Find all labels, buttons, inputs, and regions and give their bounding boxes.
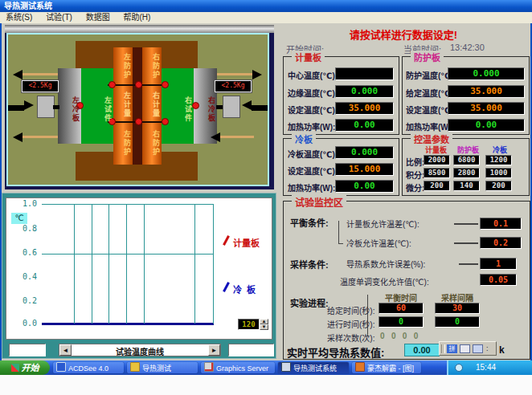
start-label: 开始 <box>22 363 39 373</box>
pid-d-cold[interactable]: 200 <box>485 181 512 191</box>
field-label: 中心温度(℃): <box>288 69 338 81</box>
time-window-value[interactable]: 120 <box>238 319 260 330</box>
sample-error-field[interactable]: 1 <box>480 258 517 270</box>
pressure-gauge-right-value: <2.5Kg <box>215 81 251 92</box>
task-item-thermal-app[interactable]: 导热测试系统 <box>278 362 349 373</box>
progress-col: 采样间隔 <box>441 291 473 303</box>
menu-bar: 系统(S) 试验(T) 数据图 帮助(H) <box>0 12 532 24</box>
gridline-h <box>42 254 214 255</box>
ime-bar[interactable]: 拼 : <box>439 341 497 356</box>
bracket <box>338 221 343 244</box>
menu-item-test[interactable]: 试验(T) <box>40 12 78 23</box>
given-balance-time-field[interactable]: 60 <box>379 303 424 314</box>
gridline-v <box>194 204 195 324</box>
pid-d-guard[interactable]: 140 <box>453 181 480 191</box>
unit-badge: ℃ <box>11 213 27 224</box>
group-cold-plate: 冷板 冷板温度(℃): 0.000 设定温度(℃): 15.000 加热功率(W… <box>283 138 399 196</box>
ime-grip[interactable] <box>441 344 445 353</box>
progress-row-label: 进行时间(秒): <box>327 318 374 330</box>
sample-mono-field[interactable]: 0.05 <box>480 274 517 286</box>
sample-label: 采样条件: <box>290 258 329 271</box>
pid-p-metering[interactable]: 2000 <box>424 155 450 165</box>
ime-keyboard-icon[interactable] <box>460 344 470 353</box>
set-temp-field[interactable]: 15.000 <box>335 163 394 176</box>
y-tick: 0.0 <box>18 319 37 328</box>
scroll-right-button[interactable]: ► <box>208 344 220 356</box>
gridline-v <box>74 204 75 324</box>
curve-scrollbar[interactable]: ◄ 试验温度曲线 ► <box>59 344 221 356</box>
spinner-down-button[interactable]: ▼ <box>260 324 268 330</box>
set-temp-field[interactable]: 35.000 <box>448 102 525 115</box>
elapsed-balance-time-field: 0 <box>379 316 424 328</box>
given-temp-field[interactable]: 35.000 <box>448 85 525 98</box>
cond-label: 计量板允许温差(℃): <box>346 218 419 230</box>
flow-arrow-icon <box>24 100 34 110</box>
edge-temp-field: 0.000 <box>335 85 394 98</box>
heat-power-field: 0.00 <box>448 119 525 132</box>
flow-arrow-icon <box>211 132 220 142</box>
task-item-player[interactable]: 豪杰解霸 - [图] <box>352 362 421 373</box>
flow-pipe <box>220 136 254 138</box>
cond-label: 导热系数允许误差(%): <box>346 258 425 270</box>
gridline-v <box>126 204 127 324</box>
diagram-frame: 左冷板 左试件 左防护 左计量 左防护 右防护 右计量 右防护 右试件 右冷板 … <box>6 33 269 186</box>
thermocouple-dot <box>135 81 142 88</box>
pid-p-guard[interactable]: 6800 <box>453 155 480 165</box>
task-item-folder[interactable]: 导热测试 <box>127 362 198 373</box>
ime-input-mode-icon[interactable]: 拼 <box>447 344 457 353</box>
balance-metering-field[interactable]: 0.1 <box>480 218 522 230</box>
menu-item-system[interactable]: 系统(S) <box>0 12 38 23</box>
pid-d-metering[interactable]: 200 <box>424 181 450 191</box>
pid-i-cold[interactable]: 1000 <box>485 168 512 178</box>
guard-temp-field: 0.000 <box>448 67 525 80</box>
start-button[interactable]: 开始 <box>0 360 50 375</box>
result-field: 0.00 <box>404 344 440 356</box>
screen: 导热测试系统 系统(S) 试验(T) 数据图 帮助(H) <box>0 0 532 395</box>
menu-item-dataplot[interactable]: 数据图 <box>80 12 116 23</box>
pid-row-label: 积分: <box>406 169 424 181</box>
given-sample-interval-field[interactable]: 30 <box>435 303 480 314</box>
spinner-up-button[interactable]: ▲ <box>260 319 268 324</box>
aux-field-right[interactable] <box>228 344 274 356</box>
ime-settings-icon[interactable] <box>473 344 483 353</box>
title-bar[interactable]: 导热测试系统 <box>0 0 532 12</box>
pid-col-cold: 冷板 <box>493 145 507 155</box>
group-monitor-title: 试验监控区 <box>292 195 346 209</box>
player-icon <box>355 362 365 372</box>
tray-clock[interactable]: 15:44 <box>476 360 529 375</box>
ime-menu-icon[interactable]: : <box>486 344 493 354</box>
heater-divider <box>133 47 142 165</box>
tray-volume-icon[interactable] <box>455 364 463 372</box>
meter-left-label: 左计量 <box>113 88 133 121</box>
balance-cold-field[interactable]: 0.2 <box>480 237 522 249</box>
task-item-label: 导热测试 <box>142 364 171 373</box>
flow-pipe <box>23 136 58 138</box>
cond-label: 冷板允许温差(℃): <box>346 237 411 249</box>
progress-row-label: 给定时间(秒): <box>327 304 374 316</box>
aux-field-left[interactable] <box>9 344 46 356</box>
menu-item-help[interactable]: 帮助(H) <box>117 12 156 23</box>
graphics-server-icon <box>204 362 214 372</box>
task-item-acdsee[interactable]: ACDSee 4.0 <box>53 362 124 373</box>
pid-p-cold[interactable]: 1200 <box>485 155 512 165</box>
pid-i-metering[interactable]: 8500 <box>424 168 450 178</box>
set-temp-field[interactable]: 35.000 <box>335 102 394 115</box>
connector <box>454 223 478 225</box>
group-pid-params: 控温参数 计量板 防护板 冷板 比例: 2000 6800 1200 积分: 8… <box>402 138 530 196</box>
desktop-strip <box>0 375 532 395</box>
scroll-left-button[interactable]: ◄ <box>59 344 72 356</box>
window-title: 导热测试系统 <box>4 2 52 10</box>
legend-metering-label: 计量板 <box>233 236 260 249</box>
pressure-gauge-right: <2.5Kg <box>214 79 252 93</box>
task-item-graphics-server[interactable]: Graphics Server <box>201 362 275 373</box>
pid-i-guard[interactable]: 2800 <box>453 168 480 178</box>
connector <box>459 263 478 265</box>
connector <box>454 242 478 244</box>
group-metering-plate: 计量板 中心温度(℃): 边缘温度(℃): 0.000 设定温度(℃): 35.… <box>283 56 399 135</box>
system-tray: 15:44 <box>447 360 532 375</box>
group-guard-title: 防护板 <box>411 51 444 63</box>
sample-count-value: 0 0 0 0 <box>380 332 418 340</box>
group-cold-title: 冷板 <box>292 132 316 145</box>
cond-label: 温度单调变化允许值(℃): <box>340 275 429 287</box>
pump-box-left <box>37 96 55 118</box>
